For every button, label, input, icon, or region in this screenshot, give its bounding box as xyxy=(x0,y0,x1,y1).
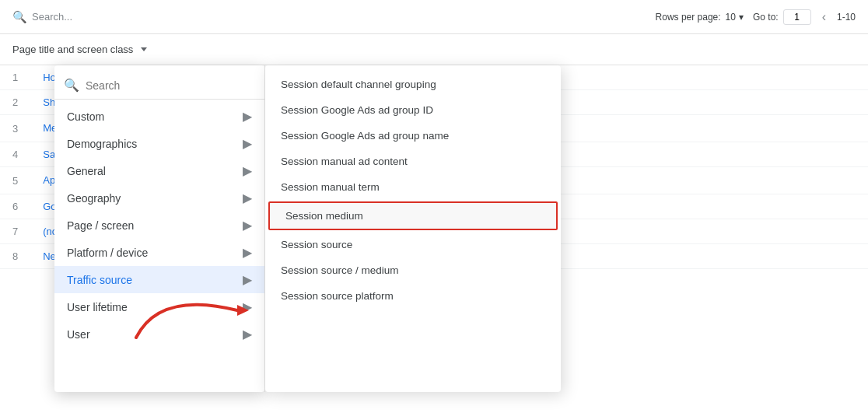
secondary-item-label: Session medium xyxy=(285,210,363,222)
row-number: 8 xyxy=(0,244,30,269)
secondary-item-label: Session default channel grouping xyxy=(281,79,436,90)
row-number: 6 xyxy=(0,194,30,219)
menu-item-label: User lifetime xyxy=(67,301,128,313)
row-number: 4 xyxy=(0,142,30,167)
pagination-controls: Rows per page: 10 ▾ Go to: ‹ 1-10 xyxy=(656,9,856,26)
search-placeholder: Search... xyxy=(32,11,72,23)
menu-search-container[interactable]: 🔍 xyxy=(54,72,264,100)
menu-item-arrow-icon: ▶ xyxy=(243,245,252,260)
primary-menu-item-custom[interactable]: Custom ▶ xyxy=(54,103,264,130)
menu-item-arrow-icon: ▶ xyxy=(243,299,252,314)
prev-page-button[interactable]: ‹ xyxy=(821,9,828,26)
menu-item-label: Platform / device xyxy=(67,247,148,259)
secondary-menu-item-session-source[interactable]: Session source xyxy=(265,232,561,257)
secondary-menu-item-session-default-channel-grouping[interactable]: Session default channel grouping xyxy=(265,72,561,97)
global-search[interactable]: 🔍 Search... xyxy=(12,10,72,24)
dimension-dropdown[interactable]: Page title and screen class xyxy=(12,44,147,55)
menu-item-label: Page / screen xyxy=(67,219,134,232)
page-range: 1-10 xyxy=(837,12,856,23)
secondary-menu: Session default channel groupingSession … xyxy=(265,65,561,392)
secondary-item-label: Session source platform xyxy=(281,290,394,302)
menu-item-label: Traffic source xyxy=(67,274,132,286)
menu-search-icon: 🔍 xyxy=(64,78,79,93)
menu-item-label: Demographics xyxy=(67,138,137,150)
row-number: 5 xyxy=(0,167,30,194)
main-content: 1 Home 2 Shopping Cart 3 Men's / Unisex … xyxy=(0,65,868,420)
secondary-menu-item-session-google-ads-ad-group-id[interactable]: Session Google Ads ad group ID xyxy=(265,97,561,123)
dropdown-overlay: 🔍 Custom ▶ Demographics ▶ General ▶ Geog… xyxy=(54,65,561,392)
dimension-label: Page title and screen class xyxy=(12,44,133,55)
secondary-item-label: Session source / medium xyxy=(281,264,399,276)
top-bar: 🔍 Search... Rows per page: 10 ▾ Go to: ‹… xyxy=(0,0,868,34)
primary-menu-item-page---screen[interactable]: Page / screen ▶ xyxy=(54,212,264,239)
secondary-menu-item-session-source-platform[interactable]: Session source platform xyxy=(265,283,561,309)
search-icon: 🔍 xyxy=(12,10,27,24)
menu-item-arrow-icon: ▶ xyxy=(243,272,252,287)
secondary-menu-item-session-medium[interactable]: Session medium xyxy=(268,201,558,230)
goto-input[interactable] xyxy=(783,9,811,25)
rows-per-page: Rows per page: 10 ▾ xyxy=(656,12,744,23)
rows-per-page-label: Rows per page: xyxy=(656,12,721,23)
menu-search-input[interactable] xyxy=(86,79,252,92)
row-number: 3 xyxy=(0,115,30,142)
secondary-menu-item-session-manual-term[interactable]: Session manual term xyxy=(265,174,561,200)
menu-item-label: General xyxy=(67,165,106,177)
secondary-item-label: Session source xyxy=(281,239,352,250)
primary-menu-item-demographics[interactable]: Demographics ▶ xyxy=(54,130,264,157)
menu-item-arrow-icon: ▶ xyxy=(243,136,252,151)
secondary-item-label: Session Google Ads ad group name xyxy=(281,130,449,142)
menu-item-label: User xyxy=(67,328,90,341)
primary-menu-item-user[interactable]: User ▶ xyxy=(54,320,264,348)
goto-section: Go to: xyxy=(753,9,811,25)
rows-dropdown-icon: ▾ xyxy=(739,12,744,23)
menu-item-arrow-icon: ▶ xyxy=(243,218,252,233)
secondary-menu-item-session-source---medium[interactable]: Session source / medium xyxy=(265,257,561,283)
primary-menu-item-geography[interactable]: Geography ▶ xyxy=(54,184,264,212)
secondary-menu-item-session-manual-ad-content[interactable]: Session manual ad content xyxy=(265,149,561,174)
primary-menu-item-platform---device[interactable]: Platform / device ▶ xyxy=(54,239,264,266)
primary-menu-item-general[interactable]: General ▶ xyxy=(54,157,264,184)
primary-menu-item-user-lifetime[interactable]: User lifetime ▶ xyxy=(54,293,264,320)
primary-menu: 🔍 Custom ▶ Demographics ▶ General ▶ Geog… xyxy=(54,65,264,392)
rows-select[interactable]: 10 ▾ xyxy=(726,12,744,23)
primary-menu-item-traffic-source[interactable]: Traffic source ▶ xyxy=(54,266,264,293)
menu-item-label: Geography xyxy=(67,192,121,205)
secondary-menu-item-session-google-ads-ad-group-name[interactable]: Session Google Ads ad group name xyxy=(265,123,561,149)
secondary-item-label: Session manual ad content xyxy=(281,156,408,167)
dimension-chevron-icon xyxy=(141,47,147,51)
secondary-item-label: Session manual term xyxy=(281,181,380,193)
menu-item-arrow-icon: ▶ xyxy=(243,109,252,124)
menu-item-arrow-icon: ▶ xyxy=(243,327,252,341)
row-number: 7 xyxy=(0,219,30,244)
menu-item-label: Custom xyxy=(67,110,104,123)
rows-value: 10 xyxy=(726,12,736,23)
menu-item-arrow-icon: ▶ xyxy=(243,163,252,178)
row-number: 1 xyxy=(0,65,30,90)
secondary-item-label: Session Google Ads ad group ID xyxy=(281,104,433,116)
goto-label: Go to: xyxy=(753,12,779,23)
menu-item-arrow-icon: ▶ xyxy=(243,191,252,205)
table-header-row: Page title and screen class xyxy=(0,34,868,65)
row-number: 2 xyxy=(0,90,30,115)
